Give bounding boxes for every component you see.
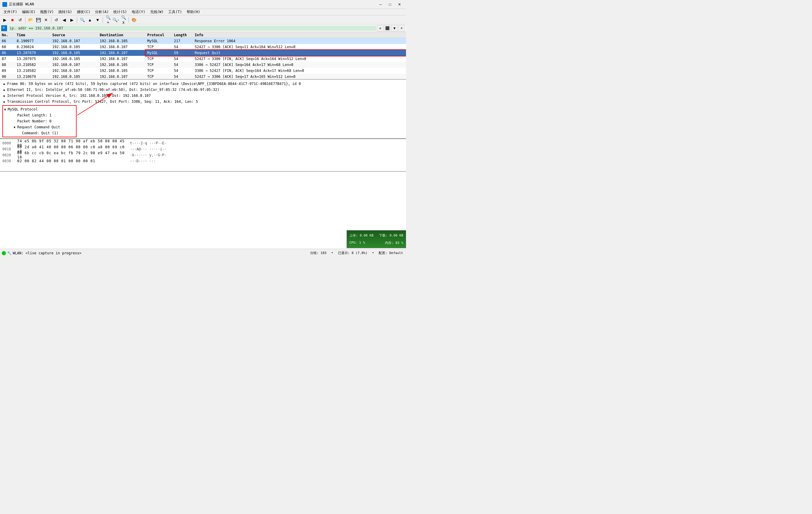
detail-ethernet-text: Ethernet II, Src: IntelCor_af:eb:50 (08:… bbox=[7, 88, 219, 92]
pkt-dst: 192.168.0.105 bbox=[98, 63, 145, 67]
colorize-button[interactable]: 🎨 bbox=[130, 16, 137, 24]
header-protocol: Protocol bbox=[145, 33, 172, 37]
detail-frame[interactable]: ▶ Frame 86: 59 bytes on wire (472 bits),… bbox=[2, 81, 404, 87]
zoom-reset-button[interactable]: 🔍x bbox=[120, 16, 127, 24]
menu-item-捕状(C)[interactable]: 捕状(C) bbox=[75, 9, 93, 15]
status-displayed: 已显示: 8 (7.8%) bbox=[338, 251, 368, 255]
reload-button[interactable]: ↺ bbox=[53, 16, 60, 24]
hex-offset: 0010 bbox=[2, 147, 17, 151]
pkt-proto: MySQL bbox=[145, 51, 172, 55]
pkt-info: 52427 → 3306 [ACK] Seq=11 Ack=164 Win=51… bbox=[193, 45, 406, 49]
zoom-out-button[interactable]: 🔍- bbox=[112, 16, 119, 24]
up-button[interactable]: ▲ bbox=[86, 16, 93, 24]
status-separator-2: • bbox=[372, 251, 374, 255]
menu-item-无线(W)[interactable]: 无线(W) bbox=[148, 9, 166, 15]
hex-ascii: ···D···· ··· bbox=[130, 159, 156, 163]
packet-row[interactable]: 87 13.207975 192.168.0.105 192.168.0.107… bbox=[0, 56, 406, 62]
packet-row[interactable]: 89 13.210582 192.168.0.107 192.168.0.105… bbox=[0, 68, 406, 74]
stop-capture-button[interactable]: ■ bbox=[9, 16, 16, 24]
status-separator-1: • bbox=[331, 251, 333, 255]
toolbar-separator-5 bbox=[128, 17, 129, 23]
cpu-label: CPU: 1 % bbox=[349, 241, 365, 245]
pkt-len: 54 bbox=[172, 69, 193, 73]
hex-bytes: 00 6b cc cb 0c ea bc fb 79 2c 98 e9 47 e… bbox=[17, 151, 130, 159]
detail-mysql-command[interactable]: Command: Quit (1) bbox=[3, 130, 76, 136]
packet-rows: 66 8.190977 192.168.0.107 192.168.0.105 … bbox=[0, 38, 406, 80]
filter-input[interactable] bbox=[8, 26, 376, 31]
status-group: 分组: 103 bbox=[310, 251, 326, 255]
pkt-src: 192.168.0.107 bbox=[51, 39, 98, 43]
detail-tcp[interactable]: ▶ Transmission Control Protocol, Src Por… bbox=[2, 99, 404, 105]
status-config: 配置: Default bbox=[379, 251, 403, 255]
filter-clear-button[interactable]: ✕ bbox=[377, 25, 383, 31]
detail-mysql-protocol[interactable]: ▼ MySQL Protocol bbox=[3, 106, 76, 112]
pkt-len: 54 bbox=[172, 45, 193, 49]
forward-button[interactable]: ▶ bbox=[68, 16, 76, 24]
net-monitor-row-2: CPU: 1 % 内存: 83 % bbox=[349, 241, 403, 245]
pkt-len: 54 bbox=[172, 63, 193, 67]
header-length: Length bbox=[172, 33, 193, 37]
down-button[interactable]: ▼ bbox=[94, 16, 101, 24]
menu-item-工具(T)[interactable]: 工具(T) bbox=[166, 9, 184, 15]
detail-ethernet[interactable]: ▶ Ethernet II, Src: IntelCor_af:eb:50 (0… bbox=[2, 87, 404, 93]
open-button[interactable]: 📂 bbox=[27, 16, 34, 24]
menu-item-统计(S)[interactable]: 统计(S) bbox=[111, 9, 129, 15]
packet-row[interactable]: 90 13.210679 192.168.0.105 192.168.0.107… bbox=[0, 74, 406, 80]
filter-bookmark-button[interactable]: ⬛ bbox=[384, 25, 390, 31]
pkt-dst: 192.168.0.105 bbox=[98, 39, 145, 43]
start-capture-button[interactable]: ▶ bbox=[1, 16, 8, 24]
pkt-info: 52427 → 3306 [FIN, ACK] Seq=16 Ack=164 W… bbox=[193, 57, 406, 61]
back-button[interactable]: ◀ bbox=[61, 16, 68, 24]
packet-row[interactable]: 66 8.190977 192.168.0.107 192.168.0.105 … bbox=[0, 38, 406, 44]
pkt-dst: 192.168.0.107 bbox=[98, 75, 145, 79]
toolbar-separator-3 bbox=[77, 17, 77, 23]
menu-item-电话(Y)[interactable]: 电话(Y) bbox=[129, 9, 148, 15]
status-right: 分组: 103 • 已显示: 8 (7.8%) • 配置: Default bbox=[310, 251, 406, 255]
pkt-time: 13.207879 bbox=[15, 51, 51, 55]
pkt-src: 192.168.0.107 bbox=[51, 63, 98, 67]
pkt-time: 8.190977 bbox=[15, 39, 51, 43]
pkt-time: 13.210582 bbox=[15, 69, 51, 73]
packet-row[interactable]: 86 13.207879 192.168.0.105 192.168.0.107… bbox=[0, 50, 406, 56]
detail-pane: ▶ Frame 86: 59 bytes on wire (472 bits),… bbox=[0, 80, 406, 139]
maximize-button[interactable]: □ bbox=[386, 1, 394, 8]
pkt-no: 89 bbox=[0, 69, 15, 73]
find-button[interactable]: 🔍 bbox=[79, 16, 86, 24]
pkt-src: 192.168.0.105 bbox=[51, 57, 98, 61]
menu-item-视图(V)[interactable]: 视图(V) bbox=[38, 9, 56, 15]
detail-mysql-packet-length[interactable]: Packet Length: 1 bbox=[3, 112, 76, 118]
save-button[interactable]: 💾 bbox=[35, 16, 42, 24]
hex-ascii: ·-·A@··· ·····i·· bbox=[130, 147, 167, 151]
menu-item-分析(A)[interactable]: 分析(A) bbox=[93, 9, 111, 15]
filter-dropdown-button[interactable]: ▼ bbox=[391, 25, 398, 31]
header-no: No. bbox=[0, 33, 15, 37]
pkt-info: 3306 → 52427 [ACK] Seq=164 Ack=17 Win=68… bbox=[193, 63, 406, 67]
menu-item-跳转(G)[interactable]: 跳转(G) bbox=[56, 9, 75, 15]
filter-bar: 🔍 ✕ ⬛ ▼ + bbox=[0, 24, 406, 32]
toolbar: ▶ ■ ↺ 📂 💾 ✕ ↺ ◀ ▶ 🔍 ▲ ▼ 🔍+ 🔍- 🔍x 🎨 bbox=[0, 16, 406, 24]
pkt-info: 52427 → 3306 [ACK] Seq=17 Ack=165 Win=51… bbox=[193, 75, 406, 79]
detail-mysql-request-cmd[interactable]: ▼ Request Command Quit bbox=[3, 124, 76, 130]
filter-add-button[interactable]: + bbox=[398, 25, 405, 31]
pkt-proto: TCP bbox=[145, 57, 172, 61]
menu-item-编辑(E)[interactable]: 编辑(E) bbox=[20, 9, 38, 15]
packet-row[interactable]: 88 13.210582 192.168.0.107 192.168.0.105… bbox=[0, 62, 406, 68]
status-bar: 🔧 WLAN: <live capture in progress> 分组: 1… bbox=[0, 249, 406, 257]
status-running-icon bbox=[2, 251, 6, 255]
detail-mysql-packet-number[interactable]: Packet Number: 0 bbox=[3, 118, 76, 124]
menu-item-文件(F)[interactable]: 文件(F) bbox=[1, 9, 20, 15]
detail-ip[interactable]: ▶ Internet Protocol Version 4, Src: 192.… bbox=[2, 93, 404, 99]
pkt-proto: TCP bbox=[145, 75, 172, 79]
hex-ascii: t····2·q ···P··E· bbox=[130, 141, 167, 145]
packet-row[interactable]: 68 8.236024 192.168.0.105 192.168.0.107 … bbox=[0, 44, 406, 50]
menu-item-帮助(H)[interactable]: 帮助(H) bbox=[184, 9, 203, 15]
minimize-button[interactable]: ─ bbox=[376, 1, 385, 8]
packet-list-header: No. Time Source Destination Protocol Len… bbox=[0, 32, 406, 38]
zoom-in-button[interactable]: 🔍+ bbox=[105, 16, 112, 24]
pkt-no: 87 bbox=[0, 57, 15, 61]
pkt-src: 192.168.0.105 bbox=[51, 75, 98, 79]
close-button[interactable]: ✕ bbox=[395, 1, 404, 8]
restart-capture-button[interactable]: ↺ bbox=[17, 16, 24, 24]
close-file-button[interactable]: ✕ bbox=[42, 16, 50, 24]
detail-mysql-pkt-len: Packet Length: 1 bbox=[17, 113, 52, 117]
